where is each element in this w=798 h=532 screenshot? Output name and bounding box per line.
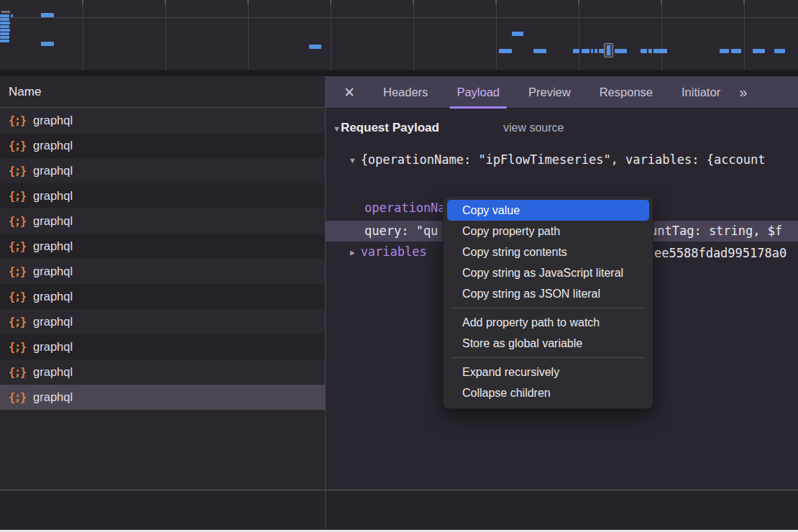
payload-preview-text: {operationName: "ipFlowTimeseries", vari… xyxy=(361,152,766,167)
tab-initiator[interactable]: Initiator xyxy=(679,76,723,109)
waterfall-bar xyxy=(0,29,10,32)
menu-divider xyxy=(451,308,646,308)
waterfall-bar xyxy=(595,49,597,53)
waterfall-bar xyxy=(512,32,523,36)
overview-gridline xyxy=(413,0,414,73)
request-row[interactable]: {;}graphql xyxy=(0,108,325,133)
waterfall-bar xyxy=(533,49,546,53)
footer-divider xyxy=(0,490,798,490)
request-row[interactable]: {;}graphql xyxy=(0,385,325,410)
json-request-icon: {;} xyxy=(9,265,26,278)
overview-gridline xyxy=(248,0,249,73)
json-request-icon: {;} xyxy=(9,366,26,379)
overview-gridline xyxy=(165,0,166,73)
overview-gridline xyxy=(661,0,662,73)
request-payload-section[interactable]: ▼Request Payload xyxy=(333,121,439,135)
overview-tick xyxy=(82,0,83,5)
waterfall-selected-marker xyxy=(604,43,613,58)
waterfall-bar xyxy=(41,42,54,46)
waterfall-bar xyxy=(309,45,321,49)
menu-item-copy-string-as-javascript-literal[interactable]: Copy string as JavaScript literal xyxy=(444,262,653,283)
overview-tick xyxy=(247,0,249,5)
more-tabs-icon[interactable]: » xyxy=(739,84,746,101)
request-name: graphql xyxy=(33,139,73,152)
waterfall-bar xyxy=(0,18,9,21)
request-list: {;}graphql{;}graphql{;}graphql{;}graphql… xyxy=(0,108,325,410)
waterfall-bar xyxy=(573,49,579,53)
context-menu: Copy valueCopy property pathCopy string … xyxy=(443,196,653,409)
request-row[interactable]: {;}graphql xyxy=(0,234,325,259)
waterfall-bar xyxy=(0,40,9,42)
menu-item-copy-value[interactable]: Copy value xyxy=(447,200,649,221)
section-collapse-icon[interactable]: ▼ xyxy=(333,124,341,133)
request-row[interactable]: {;}graphql xyxy=(0,208,325,234)
waterfall-bar xyxy=(591,49,593,53)
overview-tick xyxy=(413,0,414,5)
request-name: graphql xyxy=(33,290,73,303)
variables-text-right: ee5588fdad995178a0 xyxy=(654,246,786,260)
overview-gridline xyxy=(579,0,579,73)
request-name: graphql xyxy=(33,239,73,253)
overview-gridline xyxy=(331,0,331,73)
waterfall-bar xyxy=(720,49,729,53)
waterfall-bar xyxy=(731,49,741,53)
detail-tabs: HeadersPayloadPreviewResponseInitiator xyxy=(369,76,735,109)
json-request-icon: {;} xyxy=(9,139,26,152)
json-request-icon: {;} xyxy=(9,240,26,253)
overview-tick xyxy=(661,0,662,5)
name-column-label: Name xyxy=(9,85,41,99)
waterfall-bar xyxy=(11,14,13,17)
detail-tabbar: ✕ HeadersPayloadPreviewResponseInitiator… xyxy=(326,76,798,109)
request-row[interactable]: {;}graphql xyxy=(0,284,325,309)
waterfall-bar xyxy=(582,49,590,53)
waterfall-bar xyxy=(0,22,10,24)
waterfall-bar xyxy=(615,49,627,53)
view-source-link[interactable]: view source xyxy=(503,121,564,134)
request-row[interactable]: {;}graphql xyxy=(0,334,325,359)
overview-gridline xyxy=(83,0,83,73)
waterfall-bar xyxy=(0,14,9,17)
chevron-down-icon[interactable]: ▼ xyxy=(350,156,355,165)
menu-divider xyxy=(451,357,646,358)
request-name: graphql xyxy=(33,365,73,379)
section-title: Request Payload xyxy=(341,121,439,134)
query-text-left: query: "qu xyxy=(364,224,438,238)
network-overview[interactable] xyxy=(0,0,798,73)
request-name: graphql xyxy=(33,315,73,329)
waterfall-bar xyxy=(641,49,647,53)
name-column-header[interactable]: Name xyxy=(0,76,325,108)
request-row[interactable]: {;}graphql xyxy=(0,259,325,284)
menu-item-copy-string-contents[interactable]: Copy string contents xyxy=(444,242,653,262)
request-row[interactable]: {;}graphql xyxy=(0,133,325,158)
menu-item-copy-property-path[interactable]: Copy property path xyxy=(444,221,653,242)
chevron-right-icon[interactable]: ▶ xyxy=(350,248,355,257)
tab-preview[interactable]: Preview xyxy=(526,76,574,109)
menu-item-store-as-global-variable[interactable]: Store as global variable xyxy=(444,333,653,354)
overview-tick xyxy=(165,0,166,5)
json-request-icon: {;} xyxy=(9,316,26,329)
tab-response[interactable]: Response xyxy=(597,76,656,109)
waterfall-bar xyxy=(753,49,765,53)
waterfall-bar xyxy=(0,32,9,35)
overview-row-divider xyxy=(0,17,798,18)
overview-gridline xyxy=(496,0,497,73)
variables-row[interactable]: ▶variables xyxy=(350,244,427,259)
payload-preview-row[interactable]: ▼{operationName: "ipFlowTimeseries", var… xyxy=(350,152,766,167)
request-row[interactable]: {;}graphql xyxy=(0,309,325,334)
json-request-icon: {;} xyxy=(9,215,26,228)
json-request-icon: {;} xyxy=(9,391,26,404)
request-row[interactable]: {;}graphql xyxy=(0,359,325,385)
overview-tick xyxy=(495,0,497,5)
tab-payload[interactable]: Payload xyxy=(454,76,503,109)
overview-tick xyxy=(578,0,579,5)
close-icon[interactable]: ✕ xyxy=(341,84,357,101)
menu-item-collapse-children[interactable]: Collapse children xyxy=(444,382,653,403)
menu-item-expand-recursively[interactable]: Expand recursively xyxy=(444,362,653,382)
overview-gray-bar xyxy=(1,11,10,13)
menu-item-add-property-path-to-watch[interactable]: Add property path to watch xyxy=(444,312,653,333)
request-row[interactable]: {;}graphql xyxy=(0,158,325,183)
request-row[interactable]: {;}graphql xyxy=(0,183,325,208)
tab-headers[interactable]: Headers xyxy=(380,76,431,109)
menu-item-copy-string-as-json-literal[interactable]: Copy string as JSON literal xyxy=(444,283,653,304)
summary-footer xyxy=(0,490,798,530)
